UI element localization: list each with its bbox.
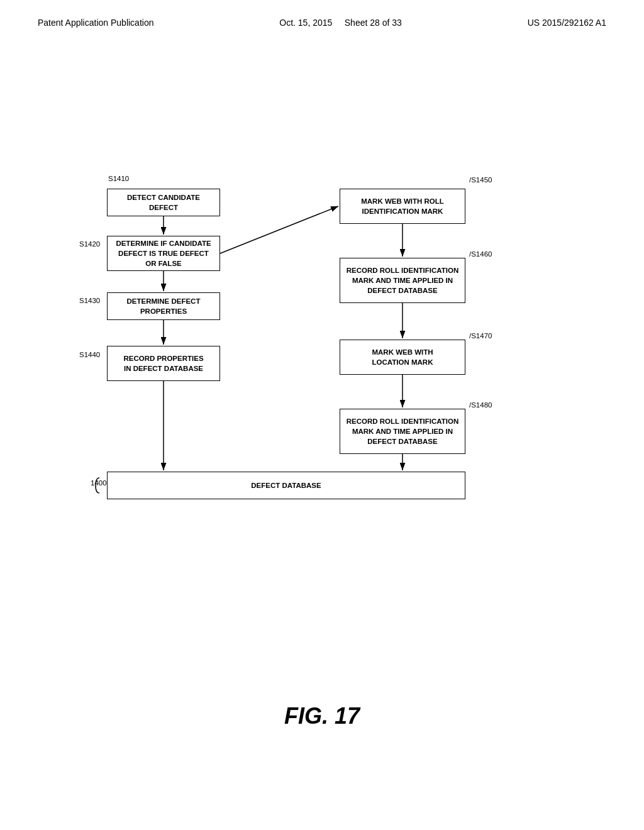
patent-number-label: US 2015/292162 A1: [528, 18, 606, 28]
diagram-area: S1410 DETECT CANDIDATE DEFECT S1420 DETE…: [57, 170, 585, 522]
record-roll-time1-text: RECORD ROLL IDENTIFICATIONMARK AND TIME …: [347, 265, 458, 296]
sheet-label: Sheet 28 of 33: [345, 18, 402, 28]
mark-web-roll-box: MARK WEB WITH ROLLIDENTIFICATION MARK: [340, 189, 465, 224]
s1420-label: S1420: [79, 240, 100, 248]
detect-defect-box: DETECT CANDIDATE DEFECT: [107, 189, 220, 216]
date-sheet-label: Oct. 15, 2015 Sheet 28 of 33: [279, 18, 402, 28]
figure-label: FIG. 17: [284, 703, 360, 729]
s1410-label: S1410: [108, 175, 129, 182]
mark-web-loc-box: MARK WEB WITHLOCATION MARK: [340, 340, 465, 375]
s1440-label: S1440: [79, 351, 100, 358]
s1450-label: /S1450: [469, 176, 492, 184]
record-props-box: RECORD PROPERTIESIN DEFECT DATABASE: [107, 346, 220, 381]
determine-if-text: DETERMINE IF CANDIDATEDEFECT IS TRUE DEF…: [113, 238, 214, 268]
mark-web-loc-text: MARK WEB WITHLOCATION MARK: [372, 347, 433, 367]
s1480-label: /S1480: [469, 401, 492, 409]
determine-props-text: DETERMINE DEFECT PROPERTIES: [113, 296, 214, 316]
s1460-label: /S1460: [469, 250, 492, 258]
detect-defect-text: DETECT CANDIDATE DEFECT: [113, 192, 214, 213]
record-roll-time1-box: RECORD ROLL IDENTIFICATIONMARK AND TIME …: [340, 258, 465, 303]
s1430-label: S1430: [79, 297, 100, 304]
defect-database-box: DEFECT DATABASE: [107, 472, 465, 499]
defect-database-text: DEFECT DATABASE: [251, 480, 321, 490]
mark-web-roll-text: MARK WEB WITH ROLLIDENTIFICATION MARK: [361, 196, 444, 216]
publication-label: Patent Application Publication: [38, 18, 153, 28]
record-roll-time2-text: RECORD ROLL IDENTIFICATIONMARK AND TIME …: [347, 416, 458, 446]
page-header: Patent Application Publication Oct. 15, …: [0, 0, 644, 28]
date-label: Oct. 15, 2015: [279, 18, 332, 28]
record-props-text: RECORD PROPERTIESIN DEFECT DATABASE: [123, 353, 203, 374]
determine-props-box: DETERMINE DEFECT PROPERTIES: [107, 292, 220, 320]
ref-1400-label: 1400: [91, 479, 107, 487]
figure-caption: FIG. 17: [0, 703, 644, 729]
s1470-label: /S1470: [469, 332, 492, 340]
record-roll-time2-box: RECORD ROLL IDENTIFICATIONMARK AND TIME …: [340, 409, 465, 454]
svg-line-9: [220, 206, 338, 253]
determine-if-box: DETERMINE IF CANDIDATEDEFECT IS TRUE DEF…: [107, 236, 220, 271]
